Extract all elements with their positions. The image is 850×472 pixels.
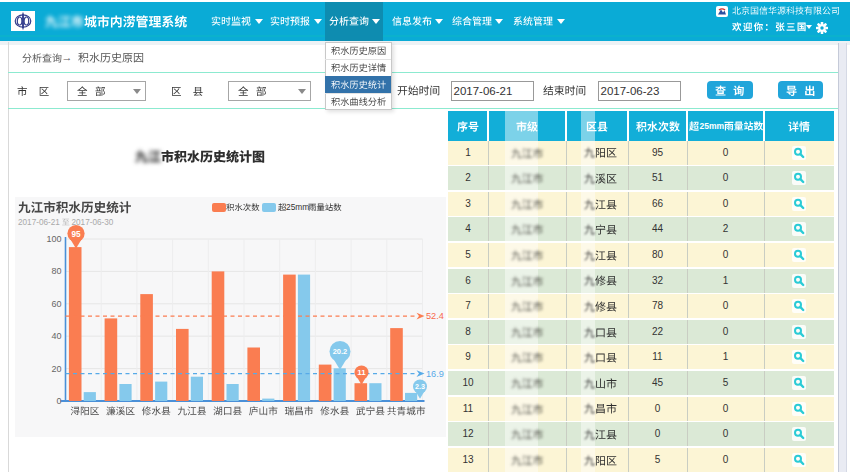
svg-text:40: 40 [51, 331, 61, 341]
svg-text:52.4: 52.4 [426, 311, 444, 321]
svg-text:2.3: 2.3 [415, 382, 425, 391]
svg-text:0: 0 [56, 396, 61, 406]
svg-text:60: 60 [51, 299, 61, 309]
svg-text:16.9: 16.9 [426, 369, 444, 379]
svg-text:2017-06-30: 2017-06-30 [72, 218, 114, 227]
svg-text:2017-06-21: 2017-06-21 [18, 218, 60, 227]
svg-text:20: 20 [51, 364, 61, 374]
svg-text:11: 11 [357, 368, 366, 377]
svg-text:100: 100 [46, 234, 61, 244]
svg-text:20.2: 20.2 [333, 347, 348, 356]
svg-text:80: 80 [51, 266, 61, 276]
svg-text:95: 95 [71, 230, 81, 239]
